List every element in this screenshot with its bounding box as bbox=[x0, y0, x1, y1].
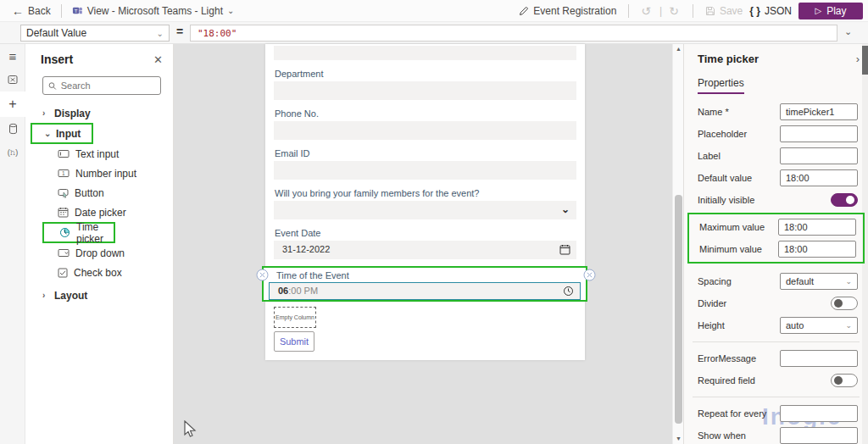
field-label: Phone No. bbox=[275, 108, 319, 119]
group-input-label: Input bbox=[56, 128, 81, 140]
design-canvas[interactable]: Department Phone No. Email ID Will you b… bbox=[174, 44, 672, 444]
chevron-down-icon: ⌄ bbox=[845, 277, 852, 286]
back-button[interactable]: ← Back bbox=[12, 4, 51, 18]
submit-label: Submit bbox=[280, 336, 309, 347]
view-selector[interactable]: T View - Microsoft Teams - Light ⌄ bbox=[72, 5, 235, 17]
tree-view-icon[interactable] bbox=[0, 68, 25, 92]
insert-search[interactable] bbox=[42, 76, 161, 95]
initially-visible-toggle[interactable] bbox=[831, 193, 858, 207]
app-name: Event Registration bbox=[533, 5, 616, 17]
properties-scrollbar-thumb[interactable] bbox=[862, 46, 868, 75]
toolbar-divider bbox=[628, 4, 629, 18]
maximum-value-field[interactable] bbox=[778, 219, 856, 236]
required-field-toggle[interactable] bbox=[831, 374, 858, 387]
prop-row-divider: Divider bbox=[684, 292, 868, 314]
menu-hamburger-icon[interactable]: ≡ bbox=[0, 44, 25, 68]
search-input[interactable] bbox=[61, 80, 155, 91]
form-field-partial[interactable] bbox=[274, 46, 576, 60]
insert-item-time-picker[interactable]: Time picker bbox=[42, 222, 115, 243]
insert-item-button[interactable]: Button bbox=[25, 183, 173, 203]
view-label: View - Microsoft Teams - Light bbox=[87, 5, 223, 17]
show-when-field[interactable] bbox=[780, 427, 858, 444]
empty-column-placeholder[interactable]: Empty Column bbox=[274, 307, 316, 328]
property-selector-dropdown[interactable]: Default Value ⌄ bbox=[20, 25, 170, 42]
toggle-knob bbox=[846, 196, 854, 204]
variables-icon[interactable]: (𝚑) bbox=[0, 141, 25, 164]
drop-down-icon bbox=[58, 248, 70, 258]
divider-toggle[interactable] bbox=[831, 297, 858, 310]
family-members-dropdown[interactable]: ⌄ bbox=[274, 201, 576, 219]
repeat-for-every-field[interactable] bbox=[780, 405, 858, 422]
formula-input[interactable]: "18:00" bbox=[190, 25, 837, 42]
form-field-phone[interactable] bbox=[274, 121, 576, 140]
errormessage-field[interactable] bbox=[780, 350, 858, 367]
event-date-input[interactable]: 31-12-2022 bbox=[274, 241, 576, 259]
back-arrow-icon: ← bbox=[12, 4, 24, 18]
prop-row-minimum-value: Minimum value bbox=[689, 238, 863, 260]
redo-icon[interactable]: ↻ bbox=[669, 4, 681, 18]
prop-row-errormessage: ErrorMessage bbox=[684, 347, 868, 369]
toolbar-divider bbox=[61, 4, 62, 18]
placeholder-field[interactable] bbox=[780, 125, 858, 142]
submit-button[interactable]: Submit bbox=[274, 331, 314, 352]
time-picker-input[interactable]: 06:00 PM bbox=[269, 282, 581, 300]
prop-label: Name * bbox=[698, 107, 729, 117]
chevron-down-icon: ⌄ bbox=[845, 321, 852, 330]
insert-plus-icon[interactable]: + bbox=[0, 92, 25, 117]
item-label: Button bbox=[75, 187, 104, 199]
default-value-field[interactable] bbox=[780, 169, 858, 186]
json-label: JSON bbox=[765, 5, 792, 17]
tab-properties[interactable]: Properties bbox=[698, 77, 744, 94]
label-field[interactable] bbox=[780, 147, 858, 164]
item-label: Check box bbox=[74, 267, 122, 279]
insert-item-drop-down[interactable]: Drop down bbox=[25, 243, 173, 263]
number-input-icon: 1 bbox=[58, 169, 70, 178]
insert-item-text-input[interactable]: Text input bbox=[25, 144, 173, 164]
prop-label: ErrorMessage bbox=[698, 353, 756, 364]
prop-label: Placeholder bbox=[698, 129, 747, 139]
formula-value: "18:00" bbox=[198, 28, 236, 39]
spacing-dropdown[interactable]: default ⌄ bbox=[780, 273, 858, 290]
field-label: Department bbox=[275, 69, 323, 79]
canvas-scrollbar-thumb[interactable] bbox=[675, 195, 682, 424]
group-display[interactable]: › Display bbox=[25, 103, 173, 123]
form-field-email[interactable] bbox=[274, 161, 576, 180]
undo-icon[interactable]: ↺ bbox=[641, 4, 653, 18]
close-icon[interactable]: ✕ bbox=[153, 53, 163, 66]
item-label: Drop down bbox=[75, 247, 125, 259]
prop-label: Maximum value bbox=[699, 222, 765, 232]
svg-text:1: 1 bbox=[62, 170, 65, 176]
save-button[interactable]: Save bbox=[705, 5, 743, 17]
item-label: Text input bbox=[75, 148, 119, 160]
prop-label: Divider bbox=[698, 298, 726, 308]
selection-handle-right-icon[interactable] bbox=[583, 269, 596, 281]
formula-expand-chevron-icon[interactable]: ⌄ bbox=[844, 26, 852, 37]
chevron-right-icon: › bbox=[42, 108, 49, 118]
app-name-edit[interactable]: Event Registration bbox=[519, 5, 616, 17]
name-field[interactable] bbox=[780, 103, 858, 120]
back-label: Back bbox=[28, 5, 51, 17]
insert-item-check-box[interactable]: Check box bbox=[25, 263, 173, 282]
pencil-icon bbox=[519, 6, 529, 16]
prop-row-height: Height auto ⌄ bbox=[684, 314, 868, 336]
canvas-scrollbar[interactable]: ▲ ▼ bbox=[672, 44, 683, 444]
insert-item-number-input[interactable]: 1 Number input bbox=[25, 164, 173, 183]
prop-row-show-when: Show when bbox=[684, 425, 868, 444]
event-date-label: Event Date bbox=[275, 228, 320, 238]
main-area: ≡ + (𝚑) Insert ✕ › Display ⌄ Input T bbox=[0, 44, 868, 444]
selection-handle-left-icon[interactable] bbox=[256, 269, 269, 281]
height-dropdown[interactable]: auto ⌄ bbox=[780, 317, 858, 334]
data-icon[interactable] bbox=[0, 117, 25, 141]
group-layout[interactable]: › Layout bbox=[25, 286, 173, 305]
json-button[interactable]: { } JSON bbox=[749, 5, 792, 17]
chevron-right-icon[interactable]: › bbox=[856, 53, 860, 65]
play-button[interactable]: ▷ Play bbox=[798, 3, 863, 19]
form-field-department[interactable] bbox=[274, 81, 576, 100]
group-input[interactable]: ⌄ Input bbox=[31, 123, 93, 144]
chevron-down-icon: ⌄ bbox=[44, 129, 51, 138]
minimum-value-field[interactable] bbox=[778, 241, 856, 258]
insert-item-date-picker[interactable]: Date picker bbox=[25, 203, 173, 222]
chevron-right-icon: › bbox=[42, 291, 49, 300]
prop-label: Spacing bbox=[698, 276, 732, 286]
search-icon bbox=[48, 81, 57, 91]
